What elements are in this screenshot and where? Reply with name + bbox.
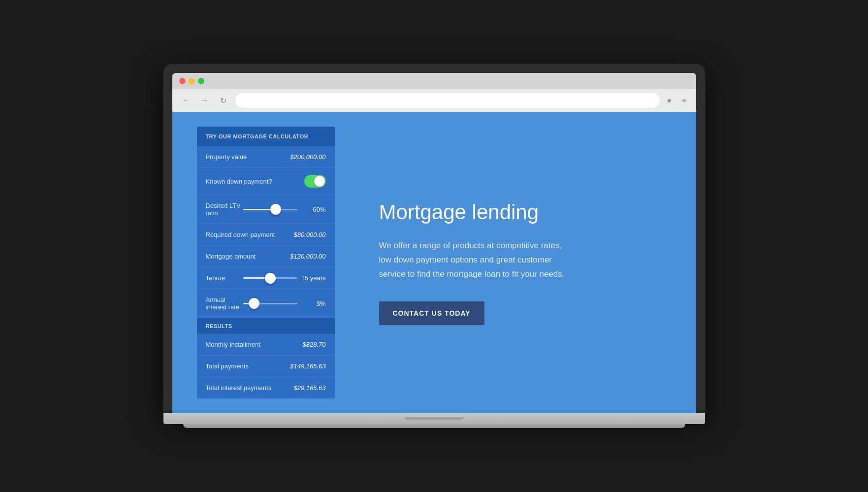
maximize-button[interactable] [198,78,204,84]
results-header: RESULTS [197,318,335,334]
hero-body: We offer a range of products at competit… [379,239,576,282]
laptop-notch [405,417,464,420]
property-value-label: Property value [206,153,290,161]
monthly-installment-row: Monthly installment $828.70 [197,334,335,356]
ltv-slider-thumb[interactable] [270,204,281,215]
interest-rate-slider-container: 3% [243,300,326,307]
tenure-slider-container: 15 years [243,274,326,282]
total-interest-value: $29,165.63 [293,384,325,392]
interest-rate-slider-thumb[interactable] [249,298,259,309]
browser-titlebar [172,73,696,89]
interest-rate-slider-track[interactable] [243,303,297,304]
tenure-label: Tenure [206,274,243,282]
ltv-ratio-label: Desired LTV ratio [206,202,243,217]
mortgage-amount-row: Mortgage amount $120,000.00 [197,246,335,267]
total-payments-row: Total payments $149,165.63 [197,356,335,377]
property-value-row: Property value $200,000.00 [197,146,335,168]
total-interest-row: Total interest payments $29,165.63 [197,377,335,398]
monthly-installment-value: $828.70 [303,341,326,348]
total-payments-label: Total payments [206,362,290,370]
mortgage-amount-label: Mortgage amount [206,253,290,260]
laptop-base [163,413,705,424]
tenure-slider-value: 15 years [301,274,326,282]
required-down-payment-label: Required down payment [206,231,294,238]
browser-toolbar: ← → ↻ ★ ≡ [172,89,696,112]
monthly-installment-label: Monthly installment [206,341,303,348]
back-button[interactable]: ← [179,94,193,107]
tenure-slider-track[interactable] [243,277,297,279]
hero-panel: Mortgage lending We offer a range of pro… [350,112,696,413]
required-down-payment-value: $80,000.00 [293,231,325,238]
laptop-frame: ← → ↻ ★ ≡ TRY OUR MORTGAGE CALCULATOR Pr… [163,64,705,428]
address-bar[interactable] [235,93,660,108]
ltv-ratio-row: Desired LTV ratio 60% [197,195,335,224]
calculator-wrapper: TRY OUR MORTGAGE CALCULATOR Property val… [172,112,350,413]
browser-window: ← → ↻ ★ ≡ TRY OUR MORTGAGE CALCULATOR Pr… [172,73,696,413]
screen-bezel: ← → ↻ ★ ≡ TRY OUR MORTGAGE CALCULATOR Pr… [163,64,705,413]
ltv-slider-track[interactable] [243,209,297,210]
toggle-knob [314,176,325,187]
close-button[interactable] [179,78,186,84]
page-content: TRY OUR MORTGAGE CALCULATOR Property val… [172,112,696,413]
minimize-button[interactable] [189,78,195,84]
hero-title: Mortgage lending [379,200,667,225]
down-payment-toggle[interactable] [304,175,326,188]
interest-rate-label: Annual interest rate [206,296,243,311]
down-payment-label: Known down payment? [206,178,304,185]
traffic-lights [179,78,204,84]
interest-rate-row: Annual interest rate 3% [197,289,335,318]
calculator-panel: TRY OUR MORTGAGE CALCULATOR Property val… [197,127,335,398]
interest-rate-slider-value: 3% [301,300,326,307]
required-down-payment-row: Required down payment $80,000.00 [197,224,335,246]
total-interest-label: Total interest payments [206,384,294,392]
tenure-row: Tenure 15 years [197,267,335,289]
mortgage-amount-value: $120,000.00 [290,253,325,260]
contact-us-button[interactable]: CONTACT US TODAY [379,301,484,325]
total-payments-value: $149,165.63 [290,362,325,370]
forward-button[interactable]: → [198,94,212,107]
calculator-header: TRY OUR MORTGAGE CALCULATOR [197,127,335,146]
bookmark-icon[interactable]: ★ [665,96,675,105]
ltv-slider-value: 60% [301,206,326,213]
reload-button[interactable]: ↻ [217,94,230,107]
down-payment-toggle-row: Known down payment? [197,168,335,195]
property-value-value: $200,000.00 [290,153,325,161]
menu-icon[interactable]: ≡ [679,96,689,105]
tenure-slider-thumb[interactable] [265,273,276,284]
laptop-foot [183,424,685,428]
ltv-slider-container: 60% [243,206,326,213]
